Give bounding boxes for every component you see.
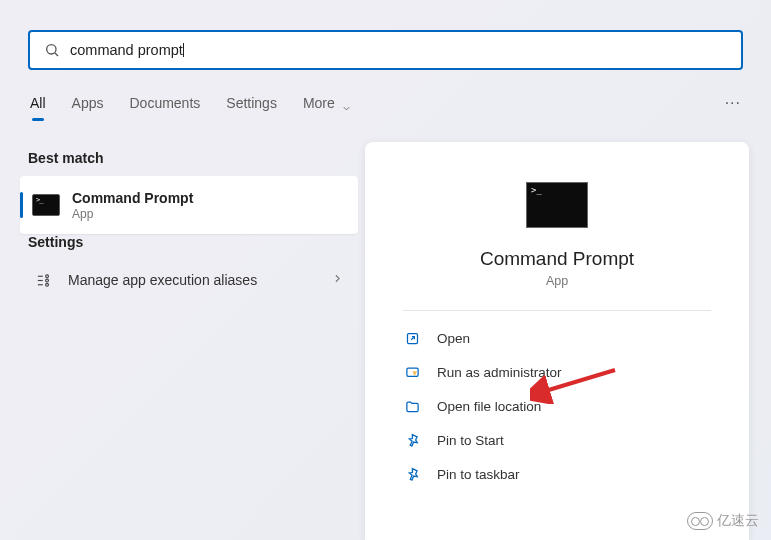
search-icon: [44, 42, 60, 58]
settings-item-aliases[interactable]: Manage app execution aliases: [20, 260, 358, 300]
pin-icon: [403, 467, 421, 482]
more-options-button[interactable]: ···: [725, 94, 741, 122]
settings-item-label: Manage app execution aliases: [68, 272, 331, 288]
folder-icon: [403, 399, 421, 414]
aliases-icon: [34, 272, 52, 289]
svg-point-5: [45, 274, 48, 277]
panel-title: Command Prompt: [403, 248, 711, 270]
settings-heading: Settings: [28, 234, 358, 250]
result-subtitle: App: [72, 207, 193, 221]
chevron-right-icon: [331, 271, 344, 289]
open-icon: [403, 331, 421, 346]
watermark: 亿速云: [687, 512, 759, 530]
admin-icon: [403, 365, 421, 380]
tab-all[interactable]: All: [30, 95, 46, 121]
svg-point-0: [47, 45, 56, 54]
panel-subtitle: App: [403, 274, 711, 288]
action-pin-to-taskbar[interactable]: Pin to taskbar: [403, 457, 711, 491]
action-pin-to-start[interactable]: Pin to Start: [403, 423, 711, 457]
results-column: Best match Command Prompt App Settings M…: [20, 150, 358, 300]
tab-settings[interactable]: Settings: [226, 95, 277, 121]
svg-point-7: [45, 283, 48, 286]
divider: [403, 310, 711, 311]
tab-apps[interactable]: Apps: [72, 95, 104, 121]
action-open-file-location[interactable]: Open file location: [403, 389, 711, 423]
action-run-as-administrator[interactable]: Run as administrator: [403, 355, 711, 389]
preview-panel: Command Prompt App Open Run as administr…: [365, 142, 749, 540]
search-input-value[interactable]: command prompt: [70, 42, 183, 58]
result-title: Command Prompt: [72, 190, 193, 206]
best-match-result[interactable]: Command Prompt App: [20, 176, 358, 234]
svg-line-1: [55, 53, 58, 56]
command-prompt-icon: [32, 194, 60, 216]
filter-tabs: All Apps Documents Settings More ···: [30, 94, 741, 122]
pin-icon: [403, 433, 421, 448]
action-open[interactable]: Open: [403, 321, 711, 355]
tab-documents[interactable]: Documents: [129, 95, 200, 121]
watermark-icon: [687, 512, 713, 530]
chevron-down-icon: [341, 103, 352, 114]
command-prompt-icon-large: [526, 182, 588, 228]
best-match-heading: Best match: [28, 150, 358, 166]
svg-point-6: [45, 279, 48, 282]
search-input-container[interactable]: command prompt: [28, 30, 743, 70]
tab-more[interactable]: More: [303, 95, 335, 121]
